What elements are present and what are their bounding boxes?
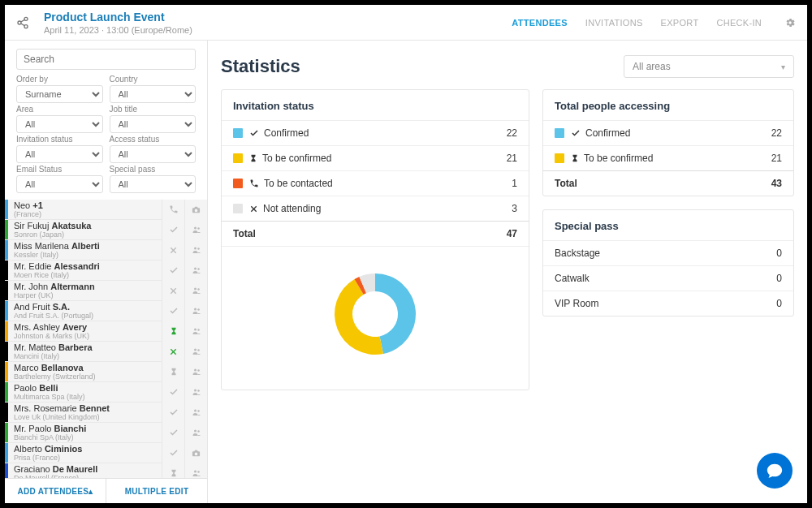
status-icon[interactable] (162, 342, 184, 362)
nav-export[interactable]: EXPORT (661, 18, 699, 28)
search-input[interactable] (16, 49, 196, 70)
attendee-row[interactable]: Miss Marilena Alberti Kessler (Italy) (5, 240, 207, 260)
attendee-sub: Harper (UK) (14, 291, 162, 299)
area-select[interactable]: All areas ▾ (624, 55, 794, 78)
svg-point-2 (24, 24, 28, 28)
attendee-row[interactable]: Graciano De Maurell De Maurell (France) (5, 463, 207, 478)
filter-select[interactable]: All (16, 115, 103, 133)
action-icon[interactable] (184, 301, 207, 321)
attendee-row[interactable]: Mr. Matteo Barbera Mancini (Italy) (5, 342, 207, 362)
filter-select[interactable]: Surname (16, 85, 103, 103)
filter-label: Access status (110, 135, 197, 144)
row-text: Miss Marilena Alberti Kessler (Italy) (8, 241, 162, 259)
attendee-row[interactable]: Mr. John Altermann Harper (UK) (5, 281, 207, 301)
filter-select[interactable]: All (110, 85, 197, 103)
attendee-row[interactable]: Mrs. Rosemarie Bennet Love Uk (United Ki… (5, 403, 207, 423)
action-icon[interactable] (184, 321, 207, 342)
svg-point-12 (197, 268, 200, 270)
donut-chart (222, 246, 529, 390)
filter-select[interactable]: All (110, 175, 197, 193)
attendee-list[interactable]: Neo +1 (France) Sir Fukuj Akatsuka Sonro… (5, 200, 207, 478)
row-actions (162, 403, 207, 423)
svg-point-17 (194, 308, 197, 311)
x-icon (249, 204, 258, 213)
status-icon[interactable] (162, 220, 184, 240)
status-icon[interactable] (162, 260, 184, 281)
status-icon[interactable] (162, 463, 184, 479)
title-block: Product Launch Event April 11, 2023 · 13… (44, 11, 192, 35)
attendee-name: Mr. Matteo Barbera (14, 342, 162, 352)
action-icon[interactable] (184, 281, 207, 301)
attendee-row[interactable]: Sir Fukuj Akatsuka Sonron (Japan) (5, 220, 207, 240)
filter-country: Country All (110, 75, 197, 103)
filter-select[interactable]: All (110, 115, 197, 133)
action-icon[interactable] (184, 342, 207, 362)
share-icon[interactable] (16, 16, 29, 29)
filter-label: Special pass (110, 165, 197, 174)
action-icon[interactable] (184, 382, 207, 403)
multiple-edit-button[interactable]: MULTIPLE EDIT (106, 479, 207, 503)
attendee-row[interactable]: Alberto Ciminios Prisa (France) (5, 443, 207, 463)
attendee-row[interactable]: Paolo Belli Multimarca Spa (Italy) (5, 382, 207, 403)
stats-header: Statistics All areas ▾ (221, 55, 794, 78)
action-icon[interactable] (184, 423, 207, 443)
action-icon[interactable] (184, 200, 207, 220)
invitation-total-row: Total 47 (222, 221, 529, 246)
action-icon[interactable] (184, 220, 207, 240)
chat-button[interactable] (757, 453, 793, 489)
status-icon[interactable] (162, 301, 184, 321)
special-pass-panel: Special pass Backstage0Catwalk0VIP Room0 (542, 209, 794, 316)
attendee-name: Mr. John Altermann (14, 282, 162, 291)
svg-point-9 (194, 248, 197, 250)
status-icon[interactable] (162, 321, 184, 342)
stat-label: To be confirmed (262, 153, 331, 164)
action-icon[interactable] (184, 260, 207, 281)
add-attendees-button[interactable]: ADD ATTENDEES ▴ (5, 479, 106, 503)
status-icon[interactable] (162, 240, 184, 260)
attendee-row[interactable]: Mr. Paolo Bianchi Bianchi SpA (Italy) (5, 423, 207, 443)
people-total-row: Total 43 (543, 170, 793, 196)
filter-label: Country (110, 75, 197, 84)
attendee-sub: Johnston & Marks (UK) (14, 332, 162, 340)
action-icon[interactable] (184, 403, 207, 423)
attendee-row[interactable]: Marco Bellanova Barthelemy (Switzerland) (5, 362, 207, 382)
svg-point-6 (197, 227, 200, 230)
nav-checkin[interactable]: CHECK-IN (716, 18, 762, 28)
attendee-row[interactable]: Mr. Eddie Alessandri Moen Rice (Italy) (5, 260, 207, 281)
attendee-row[interactable]: And Fruit S.A. And Fruit S.A. (Portugal) (5, 301, 207, 321)
svg-point-11 (194, 268, 197, 270)
event-title[interactable]: Product Launch Event (44, 11, 192, 24)
row-actions (162, 321, 207, 342)
status-icon[interactable] (162, 362, 184, 382)
attendee-row[interactable]: Neo +1 (France) (5, 200, 207, 220)
action-icon[interactable] (184, 240, 207, 260)
gear-icon[interactable] (784, 17, 796, 28)
status-icon[interactable] (162, 382, 184, 403)
bottom-bar: ADD ATTENDEES ▴ MULTIPLE EDIT (5, 478, 207, 503)
row-text: Mr. Eddie Alessandri Moen Rice (Italy) (8, 261, 162, 279)
status-icon[interactable] (162, 403, 184, 423)
nav-attendees[interactable]: ATTENDEES (512, 18, 568, 28)
stat-value: 22 (771, 127, 782, 139)
status-icon[interactable] (162, 200, 184, 220)
check-icon (571, 128, 581, 138)
hourglass-icon (249, 153, 257, 163)
total-label: Total (233, 228, 256, 239)
action-icon[interactable] (184, 443, 207, 463)
row-text: Mrs. Rosemarie Bennet Love Uk (United Ki… (8, 403, 162, 421)
filter-select[interactable]: All (110, 145, 197, 163)
status-icon[interactable] (162, 423, 184, 443)
action-icon[interactable] (184, 463, 207, 479)
nav-invitations[interactable]: INVITATIONS (585, 18, 643, 28)
header: Product Launch Event April 11, 2023 · 13… (5, 5, 807, 41)
attendee-row[interactable]: Mrs. Ashley Avery Johnston & Marks (UK) (5, 321, 207, 342)
svg-point-23 (194, 349, 197, 351)
panel-title: Total people accessing (543, 90, 793, 120)
app-window: Product Launch Event April 11, 2023 · 13… (5, 5, 807, 503)
filter-select[interactable]: All (16, 145, 103, 163)
action-icon[interactable] (184, 362, 207, 382)
row-text: Neo +1 (France) (8, 200, 162, 218)
status-icon[interactable] (162, 443, 184, 463)
status-icon[interactable] (162, 281, 184, 301)
filter-select[interactable]: All (16, 175, 103, 193)
